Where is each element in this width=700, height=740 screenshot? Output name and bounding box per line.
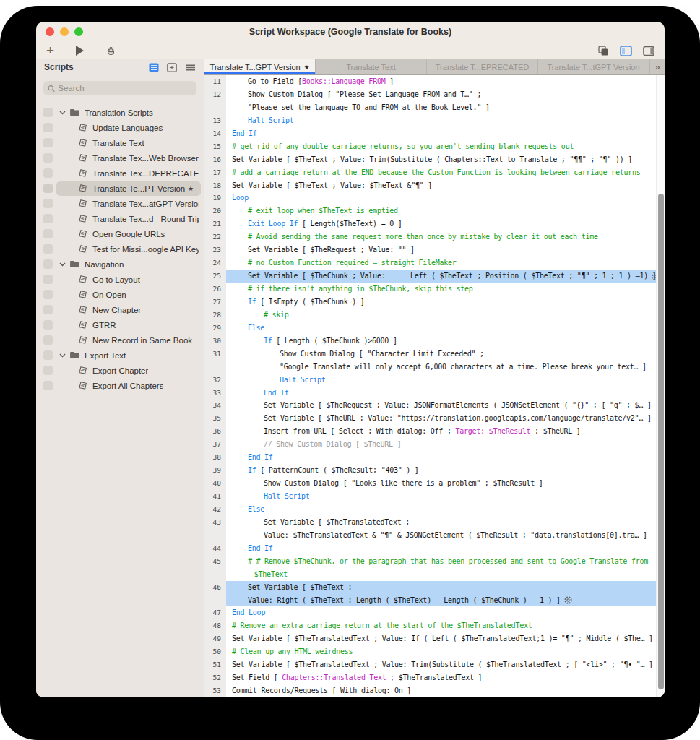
gear-icon[interactable] <box>563 595 573 605</box>
script-step-row[interactable]: 32Halt Script <box>204 374 665 387</box>
sidebar-script-row[interactable]: Open Google URLs <box>36 226 204 241</box>
search-input[interactable] <box>58 84 192 92</box>
script-step-row[interactable]: 19Loop <box>204 192 665 205</box>
script-step-row[interactable]: 52Set Field [ Chapters::Translated Text … <box>204 671 665 684</box>
sidebar-script-row[interactable]: Update Languages <box>36 120 204 135</box>
script-step-row[interactable]: 15# get rid of any double carriage retur… <box>204 140 665 153</box>
row-checkbox[interactable] <box>43 244 53 254</box>
sidebar-script-row[interactable]: Export Chapter <box>36 363 204 378</box>
run-script-button[interactable] <box>76 46 84 56</box>
script-step-row[interactable]: 36Insert from URL [ Select ; With dialog… <box>204 425 665 438</box>
script-step-row[interactable]: 29Else <box>204 322 665 335</box>
minimize-button[interactable] <box>60 27 69 36</box>
vertical-scrollbar[interactable] <box>656 75 665 697</box>
chevron-down-icon[interactable] <box>59 353 66 358</box>
row-checkbox[interactable] <box>43 366 53 375</box>
row-checkbox[interactable] <box>43 335 53 345</box>
script-step-row[interactable]: 21Exit Loop If [ Length($TheText) = 0 ] <box>204 218 665 231</box>
script-step-row[interactable]: 40Show Custom Dialog [ "Looks like there… <box>204 477 665 490</box>
row-checkbox[interactable] <box>43 108 53 117</box>
script-step-row[interactable]: "Google Translate will only accept 6,000… <box>204 361 665 374</box>
script-step-row[interactable]: 39If [ PatternCount ( $TheResult; "403" … <box>204 464 665 477</box>
sidebar-script-row[interactable]: Go to Layout <box>36 272 204 287</box>
sidebar-script-row[interactable]: Translate Tex...atGPT Version <box>36 196 204 211</box>
row-checkbox[interactable] <box>43 259 53 269</box>
script-step-row[interactable]: 44End If <box>204 542 665 555</box>
script-step-row[interactable]: 25Set Variable [ $TheChunk ; Value: Left… <box>204 270 665 283</box>
script-step-row[interactable]: 28# skip <box>204 309 665 322</box>
script-step-row[interactable]: 49Set Variable [ $TheTranslatedText ; Va… <box>204 632 665 645</box>
script-step-row[interactable]: "Please set the language TO and FROM at … <box>204 101 665 114</box>
script-step-row[interactable]: 38End If <box>204 451 665 464</box>
tab-translate-text[interactable]: Translate Text <box>316 59 427 74</box>
script-step-row[interactable]: 11Go to Field [Books::Language FROM ] <box>204 75 665 88</box>
sidebar-script-row[interactable]: Export All Chapters <box>36 378 204 393</box>
script-step-row[interactable]: Value: $TheTranslatedText & "¶" & JSONGe… <box>204 529 665 542</box>
script-step-row[interactable]: 22# Avoid sending the same request more … <box>204 231 665 244</box>
script-step-row[interactable]: 14End If <box>204 127 665 140</box>
close-button[interactable] <box>46 27 54 36</box>
sidebar-script-row[interactable]: Translate Tex...Web Browser <box>36 150 204 165</box>
copy-steps-button[interactable] <box>597 45 609 56</box>
sidebar-script-row[interactable]: Translate Text <box>36 135 204 150</box>
row-checkbox[interactable] <box>43 350 53 360</box>
row-checkbox[interactable] <box>43 229 53 238</box>
script-step-row[interactable]: 35Set Variable [ $TheURL ; Value: "https… <box>204 412 665 425</box>
tab-translate-t-gpt-version[interactable]: Translate T...GPT Version★ <box>204 59 316 74</box>
tab-translate-t-tgpt-version[interactable]: Translate T...tGPT Version <box>538 59 649 74</box>
sidebar-script-row[interactable]: Translate Tex...DEPRECATED <box>36 165 204 181</box>
debug-script-button[interactable] <box>105 46 116 56</box>
script-step-row[interactable]: 16Set Variable [ $TheText ; Value: Trim(… <box>204 153 665 166</box>
row-checkbox[interactable] <box>43 214 53 223</box>
sidebar-script-row[interactable]: New Chapter <box>36 302 204 317</box>
sidebar-folder-row[interactable]: Export Text <box>36 348 204 363</box>
tab-translate-t-eprecated[interactable]: Translate T...EPRECATED <box>427 59 538 74</box>
sidebar-script-row[interactable]: On Open <box>36 287 204 302</box>
script-step-row[interactable]: 23Set Variable [ $TheRequest ; Value: ""… <box>204 244 665 257</box>
scrollbar-thumb[interactable] <box>658 194 664 689</box>
script-step-row[interactable]: 34Set Variable [ $TheRequest ; Value: JS… <box>204 399 665 412</box>
sidebar-script-row[interactable]: GTRR <box>36 317 204 332</box>
script-step-row[interactable]: 17# add a carriage return at the END bec… <box>204 166 665 179</box>
script-step-row[interactable]: 43Set Variable [ $TheTranslatedText ; <box>204 516 665 529</box>
script-step-row[interactable]: 27If [ IsEmpty ( $TheChunk ) ] <box>204 296 665 309</box>
script-step-row[interactable]: 24# no Custom Function required – straig… <box>204 257 665 270</box>
zoom-button[interactable] <box>74 27 83 36</box>
row-checkbox[interactable] <box>43 138 53 147</box>
script-step-row[interactable]: 53Commit Records/Requests [ With dialog:… <box>204 684 665 697</box>
row-checkbox[interactable] <box>43 290 53 299</box>
script-step-row[interactable]: 41Halt Script <box>204 490 665 503</box>
script-step-row[interactable]: 37// Show Custom Dialog [ $TheURL ] <box>204 438 665 451</box>
row-checkbox[interactable] <box>43 184 53 193</box>
chevron-down-icon[interactable] <box>59 262 66 267</box>
script-step-row[interactable]: 48# Remove an extra carriage return at t… <box>204 619 665 632</box>
sidebar-script-row[interactable]: Test for Missi...oogle API Key <box>36 241 204 257</box>
script-step-row[interactable]: 20# exit loop when $TheText is emptied <box>204 205 665 218</box>
script-step-row[interactable]: 26# if there isn't anything in $TheChunk… <box>204 283 665 296</box>
sidebar-script-row[interactable]: New Record in Same Book <box>36 332 204 348</box>
script-step-row[interactable]: 46Set Variable [ $TheText ; <box>204 581 665 594</box>
sidebar-script-row[interactable]: Translate Tex...d - Round Trip <box>36 211 204 226</box>
sidebar-folder-row[interactable]: Translation Scripts <box>36 105 204 120</box>
row-checkbox[interactable] <box>43 199 53 208</box>
script-step-row[interactable]: 18Set Variable [ $TheText ; Value: $TheT… <box>204 179 665 192</box>
row-checkbox[interactable] <box>43 381 53 390</box>
script-step-row[interactable]: 12Show Custom Dialog [ "Please Set Langu… <box>204 88 665 101</box>
toggle-sidebar-button[interactable] <box>620 46 632 56</box>
new-script-button[interactable]: + <box>46 44 54 57</box>
script-step-row[interactable]: 51Set Variable [ $TheTranslatedText ; Va… <box>204 658 665 671</box>
row-checkbox[interactable] <box>43 305 53 314</box>
script-step-row[interactable]: 31Show Custom Dialog [ "Character Limit … <box>204 348 665 361</box>
row-checkbox[interactable] <box>43 275 53 284</box>
script-step-row[interactable]: 30If [ Length ( $TheChunk )>6000 ] <box>204 335 665 348</box>
script-step-row[interactable]: $TheText <box>204 568 665 581</box>
row-checkbox[interactable] <box>43 123 53 132</box>
scripts-list-icon[interactable] <box>149 63 159 72</box>
script-step-row[interactable]: 45# # Remove $TheChunk, or the paragraph… <box>204 555 665 568</box>
row-checkbox[interactable] <box>43 320 53 330</box>
sidebar-script-row[interactable]: Translate Te...PT Version★ <box>36 181 204 196</box>
script-step-row[interactable]: 33End If <box>204 387 665 400</box>
organize-menu-icon[interactable] <box>185 64 196 72</box>
new-folder-icon[interactable] <box>167 63 177 72</box>
tab-overflow-button[interactable]: » <box>649 59 665 74</box>
